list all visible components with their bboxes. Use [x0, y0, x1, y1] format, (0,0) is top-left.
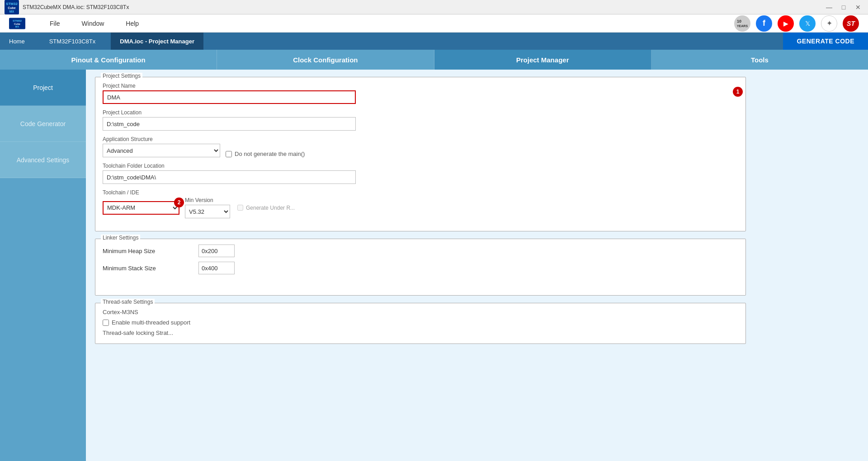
svg-text:STM32: STM32 [13, 19, 22, 22]
toolchain-folder-label: Toolchain Folder Location [103, 163, 738, 169]
breadcrumb-arrow-3 [203, 33, 210, 50]
breadcrumb-arrow-1 [34, 33, 40, 50]
badge-1: 1 [733, 87, 743, 97]
do-not-generate-main-label: Do not generate the main() [235, 151, 305, 157]
min-version-select[interactable]: V5.32 V5.27 V5.29 [185, 205, 230, 218]
window-title: STM32CubeMX DMA.ioc: STM32F103C8Tx [23, 4, 129, 10]
youtube-icon[interactable]: ▶ [778, 15, 794, 32]
app-structure-select[interactable]: Advanced Basic [103, 144, 220, 157]
project-location-row: Project Location [103, 109, 738, 131]
app-structure-row: Application Structure Advanced Basic Do … [103, 136, 738, 157]
toolchain-ide-wrapper: MDK-ARM STM32CubeIDE EWARM 2 [103, 201, 179, 215]
do-not-generate-main-row: Do not generate the main() [226, 151, 305, 157]
min-stack-label: Minimum Stack Size [103, 265, 193, 272]
project-location-label: Project Location [103, 109, 738, 116]
project-settings-group: Project Settings Project Name 1 Project … [95, 77, 746, 231]
generate-under-root-checkbox [237, 205, 243, 211]
thread-safe-settings-group: Thread-safe Settings Cortex-M3NS Enable … [95, 303, 746, 344]
min-version-label: Min Version [185, 197, 230, 203]
do-not-generate-main-checkbox[interactable] [226, 151, 232, 157]
content-area: Project Code Generator Advanced Settings… [0, 70, 868, 461]
svg-text:Cube: Cube [14, 22, 20, 25]
help-menu[interactable]: Help [115, 14, 150, 33]
project-name-row: Project Name 1 [103, 83, 738, 104]
app-logo: STM32 Cube MX [9, 15, 25, 32]
window-menu[interactable]: Window [71, 14, 115, 33]
min-heap-row: Minimum Heap Size [103, 245, 738, 257]
close-button[interactable]: ✕ [852, 2, 864, 12]
cortex-label: Cortex-M3NS [103, 309, 738, 315]
app-structure-label: Application Structure [103, 136, 220, 142]
toolchain-ide-select[interactable]: MDK-ARM STM32CubeIDE EWARM [103, 201, 179, 215]
toolchain-ide-label: Toolchain / IDE [103, 189, 738, 196]
app-icon: STM32 Cube MX [4, 0, 20, 15]
network-icon[interactable]: ✦ [821, 15, 837, 32]
badge-2: 2 [174, 198, 184, 207]
title-bar: STM32 Cube MX STM32CubeMX DMA.ioc: STM32… [0, 0, 868, 14]
project-settings-title: Project Settings [101, 73, 142, 79]
toolchain-folder-input[interactable] [103, 170, 356, 184]
left-sidebar: Project Code Generator Advanced Settings [0, 70, 86, 461]
sidebar-item-advanced-settings[interactable]: Advanced Settings [0, 142, 86, 178]
tab-project-manager[interactable]: Project Manager [434, 50, 651, 70]
toolchain-ide-row: Toolchain / IDE MDK-ARM STM32CubeIDE EWA… [103, 189, 738, 218]
title-bar-controls: — □ ✕ [823, 2, 864, 12]
project-location-input[interactable] [103, 117, 356, 131]
main-content: Project Settings Project Name 1 Project … [86, 70, 755, 461]
right-panel [755, 70, 868, 461]
enable-multithreaded-checkbox[interactable] [103, 320, 109, 326]
toolchain-ide-controls: MDK-ARM STM32CubeIDE EWARM 2 Min Version… [103, 197, 738, 218]
tab-tools[interactable]: Tools [651, 50, 868, 70]
min-stack-input[interactable] [198, 262, 235, 274]
social-icons: 10YEARS f ▶ 𝕏 ✦ ST [734, 15, 859, 32]
breadcrumb-device[interactable]: STM32F103C8Tx [40, 33, 105, 50]
tab-pinout-config[interactable]: Pinout & Configuration [0, 50, 217, 70]
st-brand-icon[interactable]: ST [843, 15, 859, 32]
breadcrumb-arrow-2 [104, 33, 111, 50]
project-name-label: Project Name [103, 83, 738, 89]
project-name-wrapper: 1 [103, 90, 738, 104]
toolchain-folder-row: Toolchain Folder Location [103, 163, 738, 184]
minimize-button[interactable]: — [823, 2, 835, 12]
enable-multithreaded-row: Enable multi-threaded support [103, 319, 738, 326]
generate-under-root-row: Generate Under R... [237, 205, 295, 211]
linker-settings-group: Linker Settings Minimum Heap Size Minimu… [95, 239, 746, 296]
twitter-icon[interactable]: 𝕏 [799, 15, 816, 32]
file-menu[interactable]: File [39, 14, 71, 33]
min-version-group: Min Version V5.32 V5.27 V5.29 [185, 197, 230, 218]
svg-text:STM32: STM32 [6, 2, 18, 6]
app-structure-group: Application Structure Advanced Basic [103, 136, 220, 157]
generate-code-button[interactable]: GENERATE CODE [783, 33, 868, 50]
breadcrumb-home[interactable]: Home [0, 33, 34, 50]
breadcrumb-project[interactable]: DMA.ioc - Project Manager [111, 33, 203, 50]
thread-safe-title: Thread-safe Settings [101, 299, 155, 305]
breadcrumb: Home STM32F103C8Tx DMA.ioc - Project Man… [0, 33, 868, 50]
tab-clock-config[interactable]: Clock Configuration [217, 50, 434, 70]
stm32-logo-icon: STM32 Cube MX [9, 15, 25, 32]
enable-multithreaded-label: Enable multi-threaded support [112, 319, 190, 326]
title-bar-left: STM32 Cube MX STM32CubeMX DMA.ioc: STM32… [4, 0, 129, 15]
svg-text:MX: MX [9, 10, 14, 13]
main-tabs: Pinout & Configuration Clock Configurati… [0, 50, 868, 70]
facebook-icon[interactable]: f [756, 15, 772, 32]
linker-settings-title: Linker Settings [101, 235, 140, 241]
sidebar-item-project[interactable]: Project [0, 70, 86, 106]
maximize-button[interactable]: □ [837, 2, 850, 12]
min-stack-row: Minimum Stack Size [103, 262, 738, 274]
min-heap-input[interactable] [198, 245, 235, 257]
generate-under-root-label: Generate Under R... [246, 205, 295, 211]
svg-text:MX: MX [15, 25, 19, 28]
project-name-input[interactable] [103, 90, 356, 104]
anniversary-icon[interactable]: 10YEARS [734, 15, 750, 32]
menu-bar: STM32 Cube MX File Window Help 10YEARS f… [0, 14, 868, 33]
sidebar-item-code-generator[interactable]: Code Generator [0, 106, 86, 142]
partial-label: Thread-safe locking Strat... [103, 329, 738, 336]
svg-text:Cube: Cube [8, 6, 16, 9]
min-heap-label: Minimum Heap Size [103, 248, 193, 254]
